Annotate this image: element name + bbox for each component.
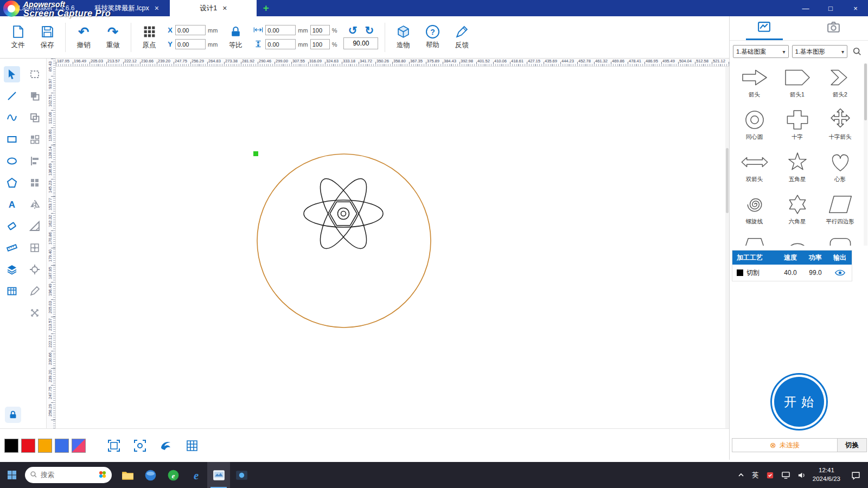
- taskbar-folder-icon[interactable]: [116, 462, 139, 488]
- select-tool[interactable]: [4, 66, 20, 82]
- x-position-input[interactable]: [175, 25, 206, 35]
- feedback-button[interactable]: 反馈: [450, 24, 473, 50]
- start-menu-button[interactable]: [0, 462, 24, 488]
- rotate-angle-input[interactable]: [343, 37, 378, 49]
- ellipse-tool[interactable]: [4, 153, 20, 169]
- tab-camera[interactable]: [799, 16, 868, 40]
- scrollbar-thumb[interactable]: [726, 148, 729, 213]
- height-percent-input[interactable]: [310, 39, 330, 49]
- text-tool[interactable]: A: [4, 196, 20, 213]
- shape-sector[interactable]: [776, 232, 819, 246]
- shape-double-arrow[interactable]: 双箭头: [733, 147, 776, 189]
- gallery-scrollbar[interactable]: [864, 63, 867, 246]
- search-icon[interactable]: [851, 45, 864, 58]
- tab-close-icon[interactable]: ×: [155, 4, 159, 12]
- height-input[interactable]: [265, 39, 296, 49]
- shape-star5[interactable]: 五角星: [776, 147, 819, 189]
- polygon-tool[interactable]: [4, 175, 20, 191]
- shape-trapezoid[interactable]: [733, 232, 776, 246]
- rectangle-tool[interactable]: [4, 131, 20, 147]
- tray-caret-icon[interactable]: [737, 471, 745, 479]
- shape-arrow2[interactable]: 箭头2: [819, 62, 861, 105]
- redo-button[interactable]: ↷ 重做: [101, 25, 124, 50]
- save-button[interactable]: 保存: [36, 24, 59, 50]
- shape-parallelogram[interactable]: 平行四边形: [819, 189, 861, 232]
- color-swatch-1[interactable]: [4, 439, 18, 453]
- focus-icon[interactable]: [131, 437, 149, 454]
- taskbar-search-box[interactable]: 搜索: [25, 467, 112, 483]
- shape-arrow[interactable]: 箭头: [733, 62, 776, 105]
- undo-button[interactable]: ↶ 撤销: [72, 25, 95, 50]
- align-tool[interactable]: [27, 153, 43, 169]
- output-eye-icon[interactable]: [828, 269, 852, 277]
- taskbar-active-app-icon[interactable]: [207, 462, 230, 488]
- design-circle-shape[interactable]: [257, 154, 431, 328]
- tab-close-icon[interactable]: ×: [222, 4, 227, 12]
- taskbar-browser-blue-icon[interactable]: [139, 462, 162, 488]
- tab-shape-library[interactable]: [730, 16, 799, 40]
- ime-indicator[interactable]: 英: [752, 471, 759, 480]
- shape-cross-arrow[interactable]: 十字箭头: [819, 105, 861, 147]
- grid-snap-tool[interactable]: [27, 240, 43, 256]
- process-speed[interactable]: 40.0: [778, 269, 803, 277]
- shape-star6[interactable]: 六角星: [776, 189, 819, 232]
- taskbar-browser-green-icon[interactable]: e: [162, 462, 184, 488]
- shape-spiral[interactable]: 螺旋线: [733, 189, 776, 232]
- taskbar-clock[interactable]: 12:41 2024/6/23: [813, 466, 840, 483]
- weld-tool[interactable]: [27, 261, 43, 278]
- maximize-button[interactable]: □: [818, 0, 843, 16]
- drafting-tool[interactable]: [27, 218, 43, 234]
- blocks-tool[interactable]: [27, 175, 43, 191]
- curve-tool[interactable]: [4, 110, 20, 126]
- color-swatch-4[interactable]: [55, 439, 69, 453]
- tape-tool[interactable]: [4, 240, 20, 256]
- start-button[interactable]: 开始: [770, 373, 828, 431]
- shape-rounded[interactable]: [819, 232, 861, 246]
- atom-graphic[interactable]: [304, 172, 383, 254]
- shape-cross[interactable]: 十字: [776, 105, 819, 147]
- table-tool[interactable]: [4, 283, 20, 299]
- shape-arrow1[interactable]: 箭头1: [776, 62, 819, 105]
- array-tool[interactable]: [27, 131, 43, 147]
- design-canvas[interactable]: [56, 67, 729, 428]
- taskbar-capture-tool-icon[interactable]: [230, 462, 253, 488]
- scrollbar-thumb[interactable]: [864, 63, 867, 120]
- origin-button[interactable]: 原点: [138, 24, 161, 50]
- new-tab-button[interactable]: +: [257, 0, 275, 16]
- color-swatch-3[interactable]: [38, 439, 52, 453]
- shape-heart[interactable]: 心形: [819, 147, 861, 189]
- notification-center-icon[interactable]: [847, 471, 864, 480]
- process-power[interactable]: 99.0: [803, 269, 828, 277]
- y-position-input[interactable]: [175, 39, 206, 49]
- layer-color-swatch[interactable]: [737, 269, 743, 276]
- taskbar-edge-icon[interactable]: e: [184, 462, 207, 488]
- category-dropdown[interactable]: 1.基础图案 ▾: [733, 45, 789, 58]
- color-swatch-2[interactable]: [21, 439, 35, 453]
- switch-device-button[interactable]: 切换: [838, 438, 867, 452]
- pen-tool[interactable]: [27, 283, 43, 299]
- eraser-tool[interactable]: [4, 218, 20, 234]
- tray-display-icon[interactable]: [781, 471, 790, 479]
- create-button[interactable]: 造物: [392, 24, 414, 50]
- swirl-icon[interactable]: [157, 437, 175, 454]
- shape-concentric[interactable]: 同心圆: [733, 105, 776, 147]
- file-button[interactable]: 文件: [7, 24, 29, 50]
- mirror-tool[interactable]: [27, 196, 43, 213]
- lock-canvas-button[interactable]: [5, 407, 21, 423]
- width-percent-input[interactable]: [310, 25, 330, 35]
- aspect-lock-button[interactable]: 等比: [224, 24, 247, 50]
- canvas-scrollbar[interactable]: [725, 67, 729, 428]
- tab-document-1[interactable]: 科技奖牌最新.lcpx ×: [83, 0, 170, 16]
- frame-icon[interactable]: [105, 437, 123, 454]
- minimize-button[interactable]: —: [793, 0, 818, 16]
- tab-document-2[interactable]: 设计1 ×: [170, 0, 257, 16]
- layers-tool[interactable]: [4, 261, 20, 278]
- selection-node-marker[interactable]: [253, 151, 258, 156]
- width-input[interactable]: [265, 25, 296, 35]
- grid-icon[interactable]: [183, 437, 201, 454]
- marquee-tool[interactable]: [27, 66, 43, 82]
- color-swatch-5[interactable]: [72, 439, 86, 453]
- rotate-cw-icon[interactable]: ↻: [365, 25, 374, 36]
- rotate-ccw-icon[interactable]: ↺: [348, 25, 358, 36]
- subcategory-dropdown[interactable]: 1.基本图形 ▾: [792, 45, 848, 58]
